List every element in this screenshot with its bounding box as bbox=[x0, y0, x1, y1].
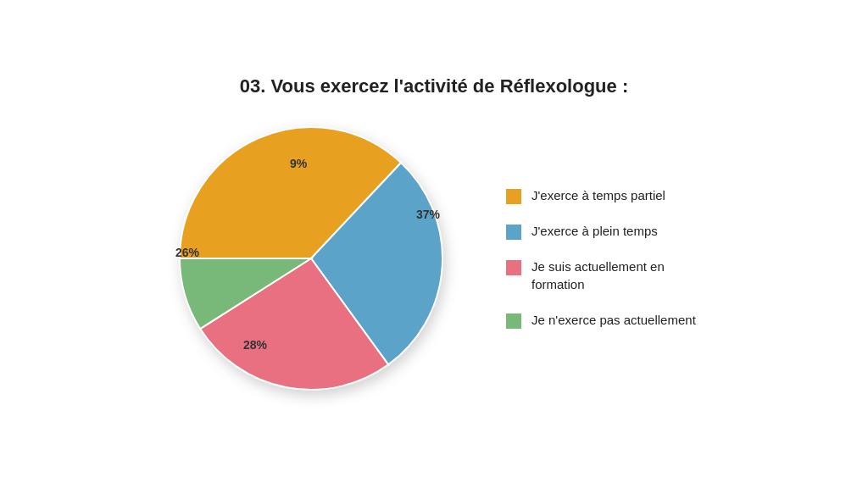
legend-swatch-partiel bbox=[506, 189, 521, 204]
legend-swatch-plein bbox=[506, 225, 521, 240]
slice-label-28: 28% bbox=[243, 338, 267, 352]
legend-swatch-nexerce bbox=[506, 313, 521, 329]
legend-item-plein: J'exerce à plein temps bbox=[506, 223, 701, 240]
legend-item-nexerce: Je n'exerce pas actuellement bbox=[506, 312, 701, 329]
legend-item-formation: Je suis actuellement en formation bbox=[506, 258, 701, 293]
legend-label-nexerce: Je n'exerce pas actuellement bbox=[531, 312, 696, 329]
legend-label-plein: J'exerce à plein temps bbox=[531, 223, 658, 240]
pie-chart: 37% 28% 26% 9% bbox=[167, 114, 455, 402]
legend-swatch-formation bbox=[506, 260, 521, 275]
legend-label-partiel: J'exerce à temps partiel bbox=[531, 187, 665, 204]
slice-label-37: 37% bbox=[416, 208, 440, 221]
chart-legend: J'exerce à temps partielJ'exerce à plein… bbox=[506, 187, 701, 329]
slice-label-9: 9% bbox=[290, 157, 307, 170]
chart-container: 37% 28% 26% 9% J'exerce à temps partielJ… bbox=[167, 114, 701, 402]
slice-label-26: 26% bbox=[175, 246, 199, 259]
chart-title: 03. Vous exercez l'activité de Réflexolo… bbox=[240, 75, 628, 97]
legend-item-partiel: J'exerce à temps partiel bbox=[506, 187, 701, 204]
legend-label-formation: Je suis actuellement en formation bbox=[531, 258, 701, 293]
